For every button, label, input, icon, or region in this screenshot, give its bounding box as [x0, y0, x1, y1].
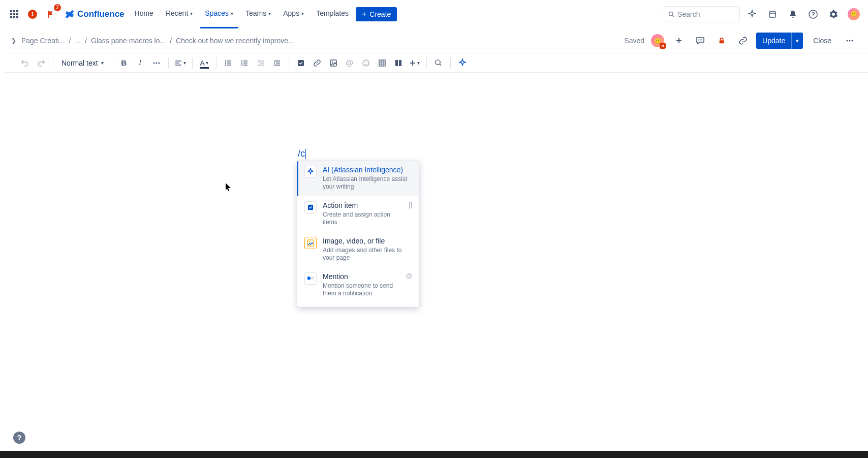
- menu-item-title: AI (Atlassian Intelligence): [323, 166, 412, 174]
- svg-point-25: [852, 40, 853, 42]
- svg-point-27: [156, 62, 157, 64]
- menu-item-body: Image, video, or file Add images and oth…: [323, 237, 412, 262]
- settings-icon[interactable]: [825, 6, 842, 22]
- chevron-down-icon: ▾: [190, 11, 193, 16]
- breadcrumb-1[interactable]: Page Creati...: [21, 37, 65, 45]
- breadcrumb-sep: /: [170, 37, 172, 45]
- nav-apps[interactable]: Apps▾: [278, 0, 309, 28]
- svg-text:3: 3: [241, 64, 243, 67]
- toolbar-sep: [53, 57, 53, 69]
- insert-menu: AI (Atlassian Intelligence) Let Atlassia…: [297, 161, 419, 307]
- indent-icon[interactable]: [269, 55, 285, 71]
- ai-tool-icon[interactable]: [455, 55, 470, 71]
- close-button[interactable]: Close: [808, 34, 836, 48]
- chevron-down-icon: ▾: [206, 60, 208, 66]
- expand-sidebar-icon[interactable]: ❯: [10, 37, 17, 44]
- svg-rect-8: [16, 16, 18, 18]
- text-color-icon[interactable]: A▾: [197, 55, 212, 71]
- brand-name: Confluence: [77, 9, 125, 19]
- menu-item-desc: Mention someone to send them a notificat…: [323, 282, 400, 298]
- menu-item-desc: Add images and other files to your page: [323, 247, 412, 262]
- toolbar-sep: [192, 57, 193, 69]
- svg-rect-11: [769, 12, 776, 17]
- numbered-list-icon[interactable]: 123: [237, 55, 252, 71]
- nav-home[interactable]: Home: [130, 0, 159, 28]
- menu-item-desc: Let Atlassian Intelligence assist your w…: [323, 175, 412, 191]
- bottom-bar: [0, 451, 868, 458]
- nav-spaces[interactable]: Spaces▾: [200, 0, 238, 28]
- menu-item-action[interactable]: Action item Create and assign action ite…: [297, 196, 419, 232]
- create-button[interactable]: + Create: [356, 7, 397, 21]
- nav-templates[interactable]: Templates: [311, 0, 354, 28]
- chevron-down-icon: ▾: [101, 60, 104, 66]
- lock-icon[interactable]: [714, 33, 730, 49]
- menu-item-mention[interactable]: Mention Mention someone to send them a n…: [297, 267, 419, 303]
- invite-icon[interactable]: [671, 33, 687, 49]
- search-input[interactable]: [677, 10, 735, 18]
- breadcrumb-3[interactable]: Glass pane macros lo...: [91, 37, 166, 45]
- red-circle-icon[interactable]: 1: [24, 6, 41, 22]
- breadcrumb-2[interactable]: ...: [75, 37, 81, 45]
- flag-icon[interactable]: 2: [43, 6, 59, 22]
- insert-plus-icon[interactable]: ▾: [407, 55, 422, 71]
- menu-item-body: Mention Mention someone to send them a n…: [323, 272, 400, 298]
- svg-point-55: [366, 62, 367, 63]
- action-item-icon[interactable]: [293, 55, 308, 71]
- editor-avatar[interactable]: 🙂N: [649, 33, 666, 49]
- more-icon[interactable]: [842, 33, 858, 49]
- undo-icon[interactable]: [17, 55, 33, 71]
- saved-status: Saved: [624, 37, 644, 45]
- update-dropdown[interactable]: ▾: [791, 33, 803, 49]
- slash-command-input[interactable]: /c: [298, 148, 306, 159]
- svg-point-9: [669, 12, 673, 16]
- redo-icon[interactable]: [34, 55, 49, 71]
- update-button[interactable]: Update: [756, 33, 791, 49]
- svg-point-53: [363, 60, 369, 66]
- outdent-icon[interactable]: [253, 55, 268, 71]
- help-icon[interactable]: ?: [805, 6, 821, 22]
- svg-rect-61: [395, 60, 398, 66]
- top-nav: 1 2 Confluence Home Recent▾ Spaces▾ Team…: [0, 0, 868, 28]
- breadcrumb-sep: /: [85, 37, 87, 45]
- italic-icon[interactable]: I: [133, 55, 148, 71]
- comment-icon[interactable]: [692, 33, 708, 49]
- menu-item-image[interactable]: Image, video, or file Add images and oth…: [297, 232, 419, 267]
- notifications-icon[interactable]: [785, 6, 801, 22]
- calendar-icon[interactable]: [764, 6, 781, 22]
- menu-item-ai[interactable]: AI (Atlassian Intelligence) Let Atlassia…: [297, 161, 419, 196]
- search-box[interactable]: [664, 6, 740, 22]
- breadcrumb-sep: /: [69, 37, 71, 45]
- svg-rect-7: [13, 16, 15, 18]
- align-icon[interactable]: ▾: [173, 55, 188, 71]
- table-icon[interactable]: [375, 55, 390, 71]
- top-nav-right: ? 🙂: [664, 6, 862, 22]
- ai-menu-icon: [304, 166, 317, 178]
- ai-sparkle-icon[interactable]: [744, 6, 760, 22]
- svg-rect-3: [10, 13, 12, 15]
- image-tool-icon[interactable]: [326, 55, 341, 71]
- profile-avatar[interactable]: 🙂: [846, 6, 862, 22]
- mention-menu-icon: [304, 272, 317, 285]
- mention-icon[interactable]: @: [342, 55, 357, 71]
- help-fab[interactable]: ?: [13, 432, 25, 444]
- menu-item-emoji[interactable]: 😀 Emoji Use emojis to express ideas 🎉 an…: [297, 303, 419, 307]
- find-icon[interactable]: [431, 55, 446, 71]
- breadcrumb-4[interactable]: Check out how we recently improve...: [176, 37, 294, 45]
- nav-recent[interactable]: Recent▾: [161, 0, 198, 28]
- link-tool-icon[interactable]: [309, 55, 325, 71]
- more-formatting-icon[interactable]: [149, 55, 164, 71]
- svg-point-20: [700, 40, 701, 41]
- layouts-icon[interactable]: [391, 55, 406, 71]
- bold-icon[interactable]: B: [116, 55, 132, 71]
- app-switcher-icon[interactable]: [6, 6, 22, 22]
- emoji-tool-icon[interactable]: [358, 55, 374, 71]
- svg-point-69: [309, 241, 310, 242]
- nav-teams[interactable]: Teams▾: [240, 0, 276, 28]
- svg-point-32: [225, 60, 226, 61]
- editor-canvas[interactable]: /c AI (Atlassian Intelligence) Let Atlas…: [0, 73, 868, 458]
- confluence-logo[interactable]: Confluence: [61, 9, 128, 20]
- link-icon[interactable]: [735, 33, 751, 49]
- text-style-select[interactable]: Normal text▾: [57, 55, 108, 71]
- breadcrumb-row: ❯ Page Creati... / ... / Glass pane macr…: [0, 28, 868, 53]
- bullet-list-icon[interactable]: [221, 55, 236, 71]
